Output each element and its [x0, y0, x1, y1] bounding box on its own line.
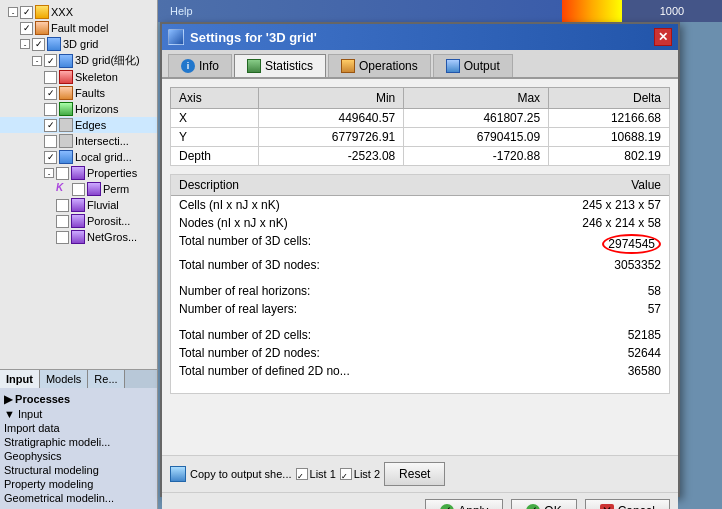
val-real-horizons: 58: [495, 282, 669, 300]
folder-icon-xxx: [35, 5, 49, 19]
tree-item-properties[interactable]: - Properties: [0, 165, 157, 181]
checkbox-xxx[interactable]: [20, 6, 33, 19]
val-total-3d-cells: 2974545: [495, 232, 669, 256]
bottom-tab-bar: Input Models Re...: [0, 370, 157, 388]
checkbox-netgross[interactable]: [56, 231, 69, 244]
checkbox-local-grid[interactable]: [44, 151, 57, 164]
structural-modeling-label: Structural modeling: [4, 464, 99, 476]
expand-icon-properties[interactable]: -: [44, 168, 54, 178]
geom-modeling-item[interactable]: Geometrical modelin...: [4, 491, 153, 505]
strat-modeling-label: Stratigraphic modeli...: [4, 436, 110, 448]
tree-item-faults[interactable]: Faults: [0, 85, 157, 101]
tree-item-porosity[interactable]: Porosit...: [0, 213, 157, 229]
tree-item-netgross[interactable]: NetGros...: [0, 229, 157, 245]
checkbox-intersect[interactable]: [44, 135, 57, 148]
local-grid-icon: [59, 150, 73, 164]
tree-label-properties: Properties: [87, 167, 137, 179]
delta-x: 12166.68: [549, 109, 670, 128]
list1-label: List 1: [310, 468, 336, 480]
checkbox-3d-grid-child[interactable]: [44, 54, 57, 67]
tree-label-horizons: Horizons: [75, 103, 118, 115]
max-depth: -1720.88: [404, 147, 549, 166]
val-2d-nodes: 52644: [495, 344, 669, 362]
input-item[interactable]: ▼ Input: [4, 407, 153, 421]
netgross-icon: [71, 230, 85, 244]
tab-operations[interactable]: Operations: [328, 54, 431, 77]
close-button[interactable]: ✕: [654, 28, 672, 46]
expand-icon-xxx[interactable]: -: [8, 7, 18, 17]
expand-icon-3d-grid[interactable]: -: [20, 39, 30, 49]
checkbox-fluvial[interactable]: [56, 199, 69, 212]
list2-checkbox[interactable]: [340, 468, 352, 480]
fault-icon: [35, 21, 49, 35]
checkbox-perm[interactable]: [72, 183, 85, 196]
tab-models[interactable]: Models: [40, 370, 88, 388]
tab-info[interactable]: i Info: [168, 54, 232, 77]
tree-item-horizons[interactable]: Horizons: [0, 101, 157, 117]
checkbox-horizons[interactable]: [44, 103, 57, 116]
tab-statistics[interactable]: Statistics: [234, 54, 326, 77]
tree-item-fault-model[interactable]: Fault model: [0, 20, 157, 36]
delta-depth: 802.19: [549, 147, 670, 166]
tab-re[interactable]: Re...: [88, 370, 124, 388]
tree-item-skeleton[interactable]: Skeleton: [0, 69, 157, 85]
tree-item-fluvial[interactable]: Fluvial: [0, 197, 157, 213]
tree-item-perm[interactable]: K Perm: [0, 181, 157, 197]
tree-item-intersect[interactable]: Intersecti...: [0, 133, 157, 149]
cancel-button[interactable]: ✕ Cancel: [585, 499, 670, 509]
import-data-item[interactable]: Import data: [4, 421, 153, 435]
checkbox-skeleton[interactable]: [44, 71, 57, 84]
val-defined-2d-nodes: 36580: [495, 362, 669, 380]
tree-item-3d-grid-child[interactable]: - 3D grid(细化): [0, 52, 157, 69]
axis-depth: Depth: [171, 147, 259, 166]
tree-label-netgross: NetGros...: [87, 231, 137, 243]
tree-label-perm: Perm: [103, 183, 129, 195]
copy-to-output-label: Copy to output she...: [190, 468, 292, 480]
desc-real-layers: Number of real layers:: [171, 300, 495, 318]
property-modeling-label: Property modeling: [4, 478, 93, 490]
list1-checkbox[interactable]: [296, 468, 308, 480]
tree-label-edges: Edges: [75, 119, 106, 131]
val-cells: 245 x 213 x 57: [495, 196, 669, 215]
desc-real-horizons: Number of real horizons:: [171, 282, 495, 300]
checkbox-properties[interactable]: [56, 167, 69, 180]
property-modeling-item[interactable]: Property modeling: [4, 477, 153, 491]
checkbox-edges[interactable]: [44, 119, 57, 132]
dialog-title: Settings for '3D grid': [168, 29, 317, 45]
checkbox-porosity[interactable]: [56, 215, 69, 228]
checkbox-faults[interactable]: [44, 87, 57, 100]
tree-item-3d-grid[interactable]: - 3D grid: [0, 36, 157, 52]
checkbox-fault-model[interactable]: [20, 22, 33, 35]
tree-item-local-grid[interactable]: Local grid...: [0, 149, 157, 165]
import-data-label: Import data: [4, 422, 60, 434]
structural-modeling-item[interactable]: Structural modeling: [4, 463, 153, 477]
menu-help[interactable]: Help: [170, 5, 193, 17]
tab-input[interactable]: Input: [0, 370, 40, 388]
porosity-icon: [71, 214, 85, 228]
table-row: Total number of defined 2D no... 36580: [171, 362, 669, 380]
stats-tab-icon: [247, 59, 261, 73]
axis-y: Y: [171, 128, 259, 147]
dialog-tab-bar: i Info Statistics Operations Output: [162, 50, 678, 79]
checkbox-3d-grid[interactable]: [32, 38, 45, 51]
table-row: Total number of 2D cells: 52185: [171, 326, 669, 344]
tree-label-3d-grid-child: 3D grid(细化): [75, 53, 140, 68]
ok-icon: ✓: [526, 504, 540, 509]
reset-button[interactable]: Reset: [384, 462, 445, 486]
tree-label-skeleton: Skeleton: [75, 71, 118, 83]
col-max: Max: [404, 88, 549, 109]
strat-modeling-item[interactable]: Stratigraphic modeli...: [4, 435, 153, 449]
geophysics-item[interactable]: Geophysics: [4, 449, 153, 463]
tree-item-xxx[interactable]: - XXX: [0, 4, 157, 20]
processes-item[interactable]: ▶ Processes: [4, 392, 153, 407]
val-real-layers: 57: [495, 300, 669, 318]
tree-item-edges[interactable]: Edges: [0, 117, 157, 133]
expand-icon-3d-grid-child[interactable]: -: [32, 56, 42, 66]
apply-icon: ✓: [440, 504, 454, 509]
col-delta: Delta: [549, 88, 670, 109]
tab-output[interactable]: Output: [433, 54, 513, 77]
dialog-content: Axis Min Max Delta X 449640.57 461807.25…: [162, 79, 678, 455]
table-row: Total number of 2D nodes: 52644: [171, 344, 669, 362]
ok-button[interactable]: ✓ OK: [511, 499, 576, 509]
apply-button[interactable]: ✓ Apply: [425, 499, 503, 509]
